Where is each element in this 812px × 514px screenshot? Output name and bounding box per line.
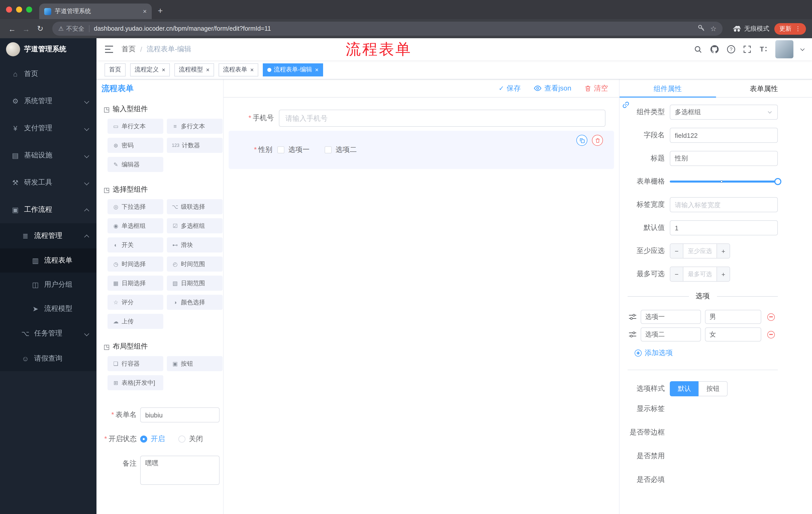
sidebar-item-task-management[interactable]: ⌥ 任务管理 xyxy=(0,321,96,346)
tag-process-form[interactable]: 流程表单 × xyxy=(219,63,258,76)
help-icon[interactable]: ? xyxy=(727,45,736,54)
checkbox[interactable] xyxy=(325,146,331,154)
sidebar-item-payment[interactable]: ¥ 支付管理 xyxy=(0,115,96,142)
max-count-stepper[interactable]: − 最多可选 + xyxy=(670,267,730,282)
drag-handle-icon[interactable] xyxy=(629,313,637,320)
update-browser-button[interactable]: 更新 ⋮ xyxy=(774,23,806,34)
style-default-button[interactable]: 默认 xyxy=(670,381,698,396)
close-tag-icon[interactable]: × xyxy=(250,66,254,73)
remove-option-icon[interactable] xyxy=(767,313,775,321)
browser-menu-icon[interactable]: ⋮ xyxy=(795,25,801,32)
back-icon[interactable]: ← xyxy=(5,24,19,33)
component-chip-cascader[interactable]: ⌥级联选择 xyxy=(167,199,223,214)
increase-icon[interactable]: + xyxy=(717,267,730,281)
gender-option-2[interactable]: 选项二 xyxy=(325,145,357,154)
increase-icon[interactable]: + xyxy=(717,244,730,258)
component-chip-password[interactable]: ⊛密码 xyxy=(108,138,163,153)
min-count-stepper[interactable]: − 至少应选 + xyxy=(670,243,730,259)
component-chip-time-range[interactable]: ◴时间范围 xyxy=(167,256,223,272)
close-tag-icon[interactable]: × xyxy=(315,66,319,73)
sidebar-item-process-management[interactable]: ≣ 流程管理 xyxy=(0,223,96,248)
add-option-button[interactable]: 添加选项 xyxy=(635,349,778,358)
selected-gender-component[interactable]: *性别 选项一 选项二 xyxy=(229,131,614,169)
address-bar[interactable]: ⚠ 不安全 dashboard.yudao.iocoder.cn/bpm/man… xyxy=(52,22,723,36)
tab-form-properties[interactable]: 表单属性 xyxy=(716,79,812,97)
view-json-button[interactable]: 查看json xyxy=(534,84,571,93)
sidebar-item-process-form[interactable]: ▥ 流程表单 xyxy=(0,248,96,273)
maximize-window-button[interactable] xyxy=(26,6,32,12)
avatar-dropdown-caret[interactable] xyxy=(801,47,805,51)
form-canvas[interactable]: *手机号 *性别 xyxy=(224,98,619,514)
component-chip-time-picker[interactable]: ◷时间选择 xyxy=(108,256,163,272)
tag-process-form-edit[interactable]: 流程表单-编辑 × xyxy=(263,63,323,76)
phone-input[interactable] xyxy=(279,110,606,127)
form-grid-slider[interactable] xyxy=(670,174,778,189)
new-tab-button[interactable]: + xyxy=(158,6,163,16)
tag-process-model[interactable]: 流程模型 × xyxy=(174,63,214,76)
phone-field-row[interactable]: *手机号 xyxy=(229,110,614,127)
close-tag-icon[interactable]: × xyxy=(206,66,209,73)
field-name-input[interactable] xyxy=(670,128,778,143)
checkbox[interactable] xyxy=(278,146,284,154)
user-avatar[interactable] xyxy=(775,40,793,58)
component-chip-rate[interactable]: ☆评分 xyxy=(108,295,163,310)
close-tab-icon[interactable]: × xyxy=(143,7,147,15)
status-off-radio[interactable] xyxy=(178,436,185,442)
component-chip-editor[interactable]: ✎编辑器 xyxy=(108,157,163,172)
component-chip-row-container[interactable]: ❏行容器 xyxy=(108,356,163,371)
option-value-input[interactable] xyxy=(705,327,761,342)
option-label-input[interactable] xyxy=(641,327,701,342)
component-chip-multi-text[interactable]: ≡多行文本 xyxy=(167,119,223,134)
collapse-sidebar-icon[interactable] xyxy=(105,45,114,53)
label-width-input[interactable] xyxy=(670,197,778,212)
sidebar-item-process-model[interactable]: ➤ 流程模型 xyxy=(0,297,96,321)
component-chip-radio-group[interactable]: ◉单选框组 xyxy=(108,218,163,233)
tag-home[interactable]: 首页 xyxy=(105,63,126,76)
component-chip-color-picker[interactable]: ◑颜色选择 xyxy=(167,295,223,310)
sidebar-item-user-group[interactable]: ◫ 用户分组 xyxy=(0,273,96,297)
close-window-button[interactable] xyxy=(6,6,12,12)
component-chip-slider[interactable]: ⊷滑块 xyxy=(167,237,223,252)
github-icon[interactable] xyxy=(710,45,719,54)
clear-button[interactable]: 清空 xyxy=(584,84,608,93)
component-chip-checkbox-group[interactable]: ☑多选框组 xyxy=(167,218,223,233)
sidebar-item-infrastructure[interactable]: ▤ 基础设施 xyxy=(0,142,96,169)
tab-component-properties[interactable]: 组件属性 xyxy=(619,79,716,97)
slider-handle[interactable] xyxy=(774,178,781,185)
sidebar-item-home[interactable]: ⌂ 首页 xyxy=(0,60,96,87)
copy-component-button[interactable] xyxy=(576,135,587,146)
fullscreen-icon[interactable] xyxy=(743,45,751,53)
delete-component-button[interactable] xyxy=(592,135,603,146)
component-chip-date-picker[interactable]: ▦日期选择 xyxy=(108,276,163,291)
browser-tab[interactable]: 芋道管理系统 × xyxy=(39,3,152,19)
status-on-radio[interactable] xyxy=(140,436,147,442)
window-controls[interactable] xyxy=(6,6,32,12)
style-button-button[interactable]: 按钮 xyxy=(698,381,728,396)
gender-option-1[interactable]: 选项一 xyxy=(278,145,310,154)
close-tag-icon[interactable]: × xyxy=(162,66,165,73)
save-button[interactable]: ✓ 保存 xyxy=(499,84,521,93)
component-chip-counter[interactable]: 123计数器 xyxy=(167,138,223,153)
title-input[interactable] xyxy=(670,151,778,166)
bookmark-star-icon[interactable]: ☆ xyxy=(710,25,717,33)
font-size-icon[interactable]: T xyxy=(759,45,768,54)
sidebar-item-workflow[interactable]: ▣ 工作流程 xyxy=(0,196,96,223)
tag-process-definition[interactable]: 流程定义 × xyxy=(130,63,170,76)
drag-handle-icon[interactable] xyxy=(629,331,637,338)
search-icon[interactable] xyxy=(694,45,702,54)
slider-track[interactable] xyxy=(670,181,778,183)
decrease-icon[interactable]: − xyxy=(670,244,684,258)
form-name-input[interactable] xyxy=(140,407,220,423)
reload-icon[interactable]: ↻ xyxy=(33,24,47,33)
breadcrumb-home[interactable]: 首页 xyxy=(122,45,136,54)
component-chip-select[interactable]: ◎下拉选择 xyxy=(108,199,163,214)
component-chip-switch[interactable]: ◐开关 xyxy=(108,237,163,252)
option-label-input[interactable] xyxy=(641,310,701,324)
option-value-input[interactable] xyxy=(705,310,761,324)
sidebar-item-leave-query[interactable]: ☺ 请假查询 xyxy=(0,346,96,371)
component-chip-date-range[interactable]: ▧日期范围 xyxy=(167,276,223,291)
remark-textarea[interactable]: 嘿嘿 xyxy=(140,456,220,485)
status-off-label[interactable]: 关闭 xyxy=(189,435,203,443)
component-chip-single-text[interactable]: ▭单行文本 xyxy=(108,119,163,134)
minimize-window-button[interactable] xyxy=(16,6,22,12)
